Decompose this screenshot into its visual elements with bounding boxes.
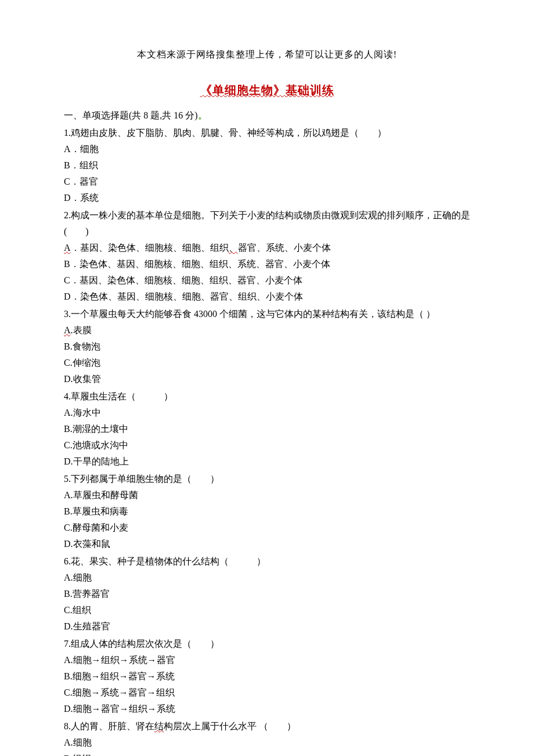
question-stem: 5.下列都属于单细胞生物的是（ ） <box>64 471 470 487</box>
question-7: 7.组成人体的结构层次依次是（ ） A.细胞→组织→系统→器官 B.细胞→组织→… <box>64 636 470 717</box>
section-header: 一、单项选择题(共 8 题,共 16 分)。 <box>64 107 470 124</box>
question-stem: 6.花、果实、种子是植物体的什么结构（ ） <box>64 553 470 570</box>
wavy-a: A <box>64 243 71 253</box>
option-a-tail: 器官、系统、小麦个体 <box>238 243 331 253</box>
option-c: C.伸缩泡 <box>64 355 470 371</box>
option-d: D．染色体、基因、细胞核、细胞、器官、组织、小麦个体 <box>64 289 470 305</box>
option-d: D.细胞→器官→组织→系统 <box>64 701 470 717</box>
option-b: B.草履虫和病毒 <box>64 503 470 520</box>
option-b: B.营养器官 <box>64 586 470 602</box>
option-b: B．组织 <box>64 157 470 174</box>
option-a: A.细胞→组织→系统→器官 <box>64 652 470 668</box>
option-c: C.细胞→系统→器官→组织 <box>64 685 470 701</box>
question-stem: 7.组成人体的结构层次依次是（ ） <box>64 636 470 652</box>
option-a: A.草履虫和酵母菌 <box>64 487 470 503</box>
option-d: D.收集管 <box>64 371 470 387</box>
option-b: B.食物泡 <box>64 339 470 355</box>
option-d: D.衣藻和鼠 <box>64 536 470 552</box>
option-c: C．基因、染色体、细胞核、细胞、组织、器官、小麦个体 <box>64 272 470 289</box>
option-a-rest: ．基因、染色体、细胞核、细胞、组织 <box>71 243 229 253</box>
wavy-sep: 、 <box>229 243 238 253</box>
option-d: D．系统 <box>64 190 470 206</box>
option-b: B.组织 <box>64 751 470 756</box>
option-a: A．细胞 <box>64 141 470 157</box>
option-d: D.生殖器官 <box>64 618 470 635</box>
wavy-a: A <box>64 325 71 335</box>
option-a: A.海水中 <box>64 405 470 421</box>
title-text: 《单细胞生物》基础训练 <box>200 84 334 96</box>
option-b: B.潮湿的土壤中 <box>64 421 470 437</box>
option-a: A.表膜 <box>64 322 470 339</box>
stem-prefix: 8.人的胃、肝脏、肾在 <box>64 721 154 731</box>
stem-suffix: 构层次上属于什么水平 （ ） <box>164 721 296 731</box>
section-header-text: 一、单项选择题(共 8 题,共 16 分) <box>64 110 198 120</box>
option-a: A．基因、染色体、细胞核、细胞、组织、器官、系统、小麦个体 <box>64 240 470 256</box>
question-stem: 8.人的胃、肝脏、肾在结构层次上属于什么水平 （ ） <box>64 718 470 735</box>
question-stem: 1.鸡翅由皮肤、皮下脂肪、肌肉、肌腱、骨、神经等构成，所以鸡翅是（ ） <box>64 125 470 141</box>
option-c: C.池塘或水沟中 <box>64 437 470 453</box>
option-a: A.细胞 <box>64 570 470 586</box>
option-a: A.细胞 <box>64 735 470 751</box>
option-c: C.组织 <box>64 602 470 618</box>
question-4: 4.草履虫生活在（ ） A.海水中 B.潮湿的土壤中 C.池塘或水沟中 D.干旱… <box>64 388 470 470</box>
section-dot: 。 <box>198 110 207 120</box>
option-a-rest: .表膜 <box>71 325 92 335</box>
question-stem: 4.草履虫生活在（ ） <box>64 388 470 405</box>
document-title: 《单细胞生物》基础训练 <box>64 80 470 100</box>
question-stem: 3.一个草履虫每天大约能够吞食 43000 个细菌，这与它体内的某种结构有关，该… <box>64 306 470 322</box>
question-1: 1.鸡翅由皮肤、皮下脂肪、肌肉、肌腱、骨、神经等构成，所以鸡翅是（ ） A．细胞… <box>64 125 470 206</box>
option-d: D.干旱的陆地上 <box>64 453 470 470</box>
question-stem: 2.构成一株小麦的基本单位是细胞。下列关于小麦的结构或物质由微观到宏观的排列顺序… <box>64 207 470 240</box>
header-note: 本文档来源于网络搜集整理上传，希望可以让更多的人阅读! <box>64 46 470 63</box>
option-b: B.细胞→组织→器官→系统 <box>64 668 470 685</box>
question-3: 3.一个草履虫每天大约能够吞食 43000 个细菌，这与它体内的某种结构有关，该… <box>64 306 470 387</box>
question-6: 6.花、果实、种子是植物体的什么结构（ ） A.细胞 B.营养器官 C.组织 D… <box>64 553 470 635</box>
question-5: 5.下列都属于单细胞生物的是（ ） A.草履虫和酵母菌 B.草履虫和病毒 C.酵… <box>64 471 470 552</box>
option-b: B．染色体、基因、细胞核、细胞、组织、系统、器官、小麦个体 <box>64 256 470 272</box>
option-c: C.酵母菌和小麦 <box>64 520 470 536</box>
question-2: 2.构成一株小麦的基本单位是细胞。下列关于小麦的结构或物质由微观到宏观的排列顺序… <box>64 207 470 305</box>
question-8: 8.人的胃、肝脏、肾在结构层次上属于什么水平 （ ） A.细胞 B.组织 C.器… <box>64 718 470 756</box>
stem-wavy: 结 <box>154 721 164 731</box>
option-c: C．器官 <box>64 174 470 190</box>
